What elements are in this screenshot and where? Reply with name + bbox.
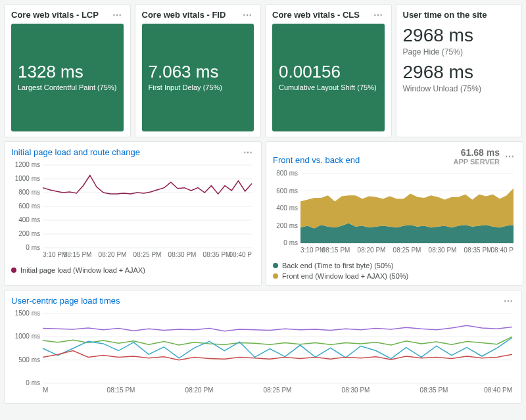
svg-text:08:15 PM: 08:15 PM <box>64 251 92 258</box>
window-unload-value: 2968 ms <box>403 62 515 83</box>
user-centric-card: User-centric page load times ⋯ 0 ms500 m… <box>4 290 522 404</box>
svg-text:08:30 PM: 08:30 PM <box>342 386 370 394</box>
charts-row: Initial page load and route change ⋯ 0 m… <box>4 141 522 286</box>
more-icon[interactable]: ⋯ <box>504 152 516 161</box>
svg-text:0 ms: 0 ms <box>283 239 298 246</box>
more-icon[interactable]: ⋯ <box>241 11 254 20</box>
vital-value: 1328 ms <box>18 62 117 82</box>
user-centric-chart: 0 ms500 ms1000 ms1500 msM08:15 PM08:20 P… <box>11 310 516 395</box>
vital-card-cls: Core web vitals - CLS ⋯ 0.00156 Cumulati… <box>265 4 392 137</box>
legend: Back end (Time to first byte) (50%) Fron… <box>273 262 516 280</box>
svg-text:400 ms: 400 ms <box>18 216 40 223</box>
chart-title[interactable]: Front end vs. back end <box>273 155 360 165</box>
more-icon[interactable]: ⋯ <box>111 11 124 20</box>
app-server-block: 61.68 ms APP SERVER <box>453 147 500 166</box>
legend-label: Initial page load (Window load + AJAX) <box>20 266 145 274</box>
legend-dot-icon <box>11 268 16 273</box>
svg-text:500 ms: 500 ms <box>18 356 40 363</box>
svg-text:08:15 PM: 08:15 PM <box>322 246 350 254</box>
front-back-card: Front end vs. back end 61.68 ms APP SERV… <box>266 141 523 286</box>
svg-text:08:30 PM: 08:30 PM <box>168 251 197 258</box>
initial-load-chart: 0 ms200 ms400 ms600 ms800 ms1000 ms1200 … <box>11 161 254 260</box>
vital-title: Core web vitals - CLS <box>272 10 360 20</box>
vital-tile: 0.00156 Cumulative Layout Shift (75%) <box>272 24 385 131</box>
svg-text:1500 ms: 1500 ms <box>15 310 40 317</box>
vital-card-lcp: Core web vitals - LCP ⋯ 1328 ms Largest … <box>4 4 131 137</box>
svg-text:600 ms: 600 ms <box>18 202 40 210</box>
page-hide-value: 2968 ms <box>403 25 515 46</box>
vital-tile: 7.063 ms First Input Delay (75%) <box>142 24 254 131</box>
vital-title: Core web vitals - LCP <box>11 10 99 20</box>
svg-text:1200 ms: 1200 ms <box>15 161 40 168</box>
vital-title: Core web vitals - FID <box>142 10 226 20</box>
svg-text:08:35 PM: 08:35 PM <box>464 246 492 254</box>
svg-text:08:20 PM: 08:20 PM <box>99 251 127 258</box>
legend-dot-icon <box>273 273 278 279</box>
vital-sub: First Input Delay (75%) <box>149 83 248 91</box>
vital-value: 0.00156 <box>279 62 378 82</box>
svg-text:08:40 PM: 08:40 PM <box>484 386 512 394</box>
svg-text:08:25 PM: 08:25 PM <box>133 251 162 258</box>
more-icon[interactable]: ⋯ <box>242 148 254 157</box>
svg-text:M: M <box>43 386 48 394</box>
svg-text:08:35 PM: 08:35 PM <box>203 251 231 258</box>
front-back-chart: 0 ms200 ms400 ms600 ms800 ms3:10 PM08:15… <box>273 170 516 255</box>
user-time-title: User time on the site <box>403 10 487 20</box>
vital-sub: Cumulative Layout Shift (75%) <box>279 83 378 91</box>
svg-text:800 ms: 800 ms <box>18 189 40 196</box>
chart-title[interactable]: Initial page load and route change <box>11 147 140 157</box>
chart-title[interactable]: User-centric page load times <box>11 296 120 306</box>
legend-label: Front end (Window load + AJAX) (50%) <box>282 272 408 280</box>
user-time-card: User time on the site 2968 ms Page Hide … <box>396 4 523 137</box>
svg-text:08:40 P: 08:40 P <box>491 246 514 254</box>
svg-text:0 ms: 0 ms <box>26 244 40 251</box>
svg-text:08:25 PM: 08:25 PM <box>264 386 292 394</box>
legend-label: Back end (Time to first byte) (50%) <box>282 262 394 269</box>
svg-text:08:40 P: 08:40 P <box>229 251 252 258</box>
page-hide-label: Page Hide (75%) <box>403 47 515 57</box>
svg-text:08:20 PM: 08:20 PM <box>358 246 386 254</box>
svg-text:1000 ms: 1000 ms <box>15 175 40 182</box>
svg-text:600 ms: 600 ms <box>276 187 298 195</box>
svg-text:08:30 PM: 08:30 PM <box>429 246 457 254</box>
vital-value: 7.063 ms <box>149 62 248 82</box>
svg-text:0 ms: 0 ms <box>26 379 40 386</box>
svg-text:08:20 PM: 08:20 PM <box>185 386 214 394</box>
svg-text:400 ms: 400 ms <box>276 204 298 212</box>
vital-card-fid: Core web vitals - FID ⋯ 7.063 ms First I… <box>135 4 262 137</box>
svg-text:200 ms: 200 ms <box>276 222 298 229</box>
svg-text:800 ms: 800 ms <box>276 170 298 177</box>
vitals-row: Core web vitals - LCP ⋯ 1328 ms Largest … <box>4 4 522 137</box>
svg-text:1000 ms: 1000 ms <box>15 333 40 340</box>
svg-text:08:15 PM: 08:15 PM <box>107 386 135 394</box>
svg-text:200 ms: 200 ms <box>18 230 40 237</box>
more-icon[interactable]: ⋯ <box>502 296 515 306</box>
legend: Initial page load (Window load + AJAX) <box>11 266 254 274</box>
svg-text:08:35 PM: 08:35 PM <box>420 386 448 394</box>
vital-tile: 1328 ms Largest Contentful Paint (75%) <box>11 24 124 131</box>
app-server-value: 61.68 ms <box>453 147 500 158</box>
app-server-label: APP SERVER <box>453 158 500 166</box>
vital-sub: Largest Contentful Paint (75%) <box>18 83 117 91</box>
initial-load-card: Initial page load and route change ⋯ 0 m… <box>4 141 262 286</box>
legend-dot-icon <box>273 263 278 268</box>
window-unload-label: Window Unload (75%) <box>403 84 515 93</box>
more-icon[interactable]: ⋯ <box>372 11 385 20</box>
svg-text:08:25 PM: 08:25 PM <box>393 246 421 254</box>
